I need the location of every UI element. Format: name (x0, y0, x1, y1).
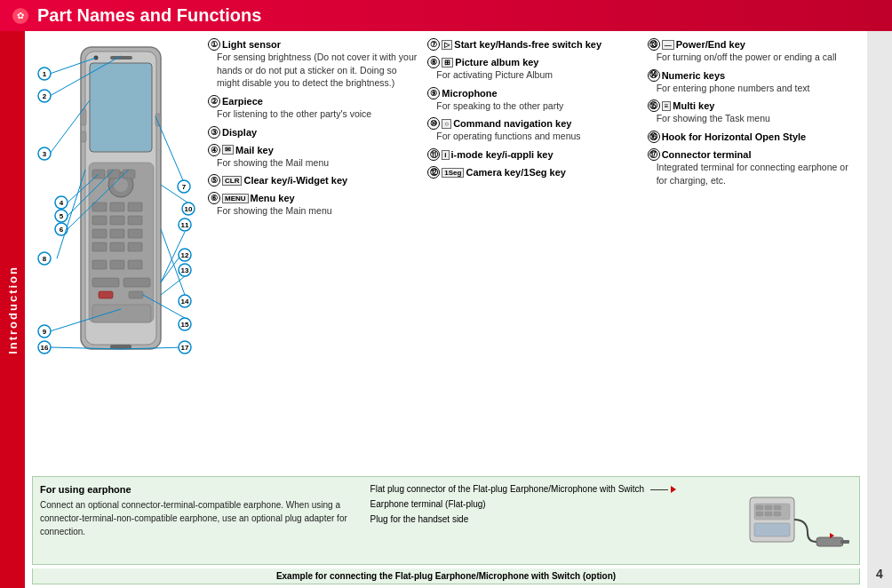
bottom-body: Connect an optional connector-terminal-c… (40, 498, 362, 538)
svg-rect-13 (128, 203, 142, 211)
svg-text:10: 10 (185, 205, 193, 213)
svg-rect-14 (92, 216, 107, 225)
camera-icon: 1Seg (442, 168, 464, 178)
item-title-17: Connector terminal (662, 149, 752, 160)
svg-rect-90 (774, 505, 781, 510)
item-body-4: For showing the Mail menu (208, 156, 420, 170)
item-title-14: Numeric keys (662, 70, 726, 81)
bottom-text: For using earphone Connect an optional c… (40, 484, 362, 557)
item-title-8: Picture album key (455, 57, 538, 68)
item-title-11: i-mode key/i-αppli key (451, 149, 554, 160)
content-area: Introduction (0, 31, 892, 588)
svg-rect-27 (81, 131, 86, 142)
diagram-label-3: Plug for the handset side (370, 514, 740, 524)
svg-rect-2 (90, 63, 152, 152)
svg-text:6: 6 (60, 226, 64, 234)
svg-text:14: 14 (181, 298, 189, 306)
diagram-content: Flat plug connector of the Flat-plug Ear… (370, 484, 852, 557)
item-display: ③ Display (208, 126, 420, 139)
item-multi-key: ⑮ ≡ Multi key For showing the Task menu (648, 99, 860, 125)
item-title-5: Clear key/i-Widget key (243, 175, 347, 186)
mail-icon: ✉ (222, 145, 234, 155)
item-body-1: For sensing brightness (Do not cover it … (208, 51, 420, 90)
item-title-7: Start key/Hands-free switch key (454, 39, 601, 50)
item-camera-key: ⑫ 1Seg Camera key/1Seg key (427, 166, 640, 179)
item-body-2: For listening to the other party's voice (208, 107, 420, 121)
svg-point-7 (114, 178, 128, 192)
item-num-6: ⑥ (208, 192, 220, 204)
item-clr-key: ⑤ CLR Clear key/i-Widget key (208, 174, 420, 187)
item-menu-key: ⑥ MENU Menu key For showing the Main men… (208, 192, 420, 218)
desc-col-1: ① Light sensor For sensing brightness (D… (208, 38, 420, 465)
header: ✿ Part Names and Functions (0, 0, 892, 31)
item-num-11: ⑪ (427, 148, 440, 161)
item-picture-album: ⑧ ⊞ Picture album key For activating Pic… (427, 56, 640, 82)
start-icon: ▷ (442, 40, 452, 50)
svg-text:3: 3 (43, 150, 47, 158)
svg-text:2: 2 (43, 92, 47, 100)
item-num-1: ① (208, 38, 220, 51)
svg-rect-93 (774, 512, 781, 516)
desc-col-3: ⑬ — Power/End key For turning on/off the… (648, 38, 860, 465)
svg-rect-29 (92, 278, 119, 287)
item-num-8: ⑧ (427, 56, 440, 68)
item-body-10: For operating functions and menus (427, 130, 640, 143)
svg-rect-21 (110, 242, 124, 251)
svg-text:16: 16 (41, 344, 49, 352)
nav-icon: ○ (442, 119, 451, 129)
item-body-9: For speaking to the other party (427, 99, 640, 113)
svg-rect-89 (765, 505, 772, 510)
svg-rect-17 (92, 229, 107, 238)
item-title-15: Multi key (673, 100, 714, 111)
item-num-14: ⑭ (648, 69, 660, 82)
item-numeric-keys: ⑭ Numeric keys For entering phone number… (648, 69, 860, 95)
phone-area: 1 2 3 4 (32, 38, 201, 465)
item-num-10: ⑩ (427, 117, 440, 130)
item-num-4: ④ (208, 144, 220, 156)
item-body-14: For entering phone numbers and text (648, 82, 860, 95)
svg-text:4: 4 (60, 199, 64, 207)
svg-rect-23 (92, 260, 107, 269)
multi-icon: ≡ (662, 101, 672, 111)
svg-rect-33 (92, 305, 151, 322)
page-title: Part Names and Functions (37, 5, 261, 26)
item-title-6: Menu key (251, 193, 295, 203)
item-earpiece: ② Earpiece For listening to the other pa… (208, 95, 420, 121)
item-title-9: Microphone (442, 88, 497, 99)
item-start-key: ⑦ ▷ Start key/Hands-free switch key (427, 38, 640, 51)
svg-rect-28 (155, 114, 161, 126)
svg-text:1: 1 (43, 70, 47, 78)
item-title-2: Earpiece (222, 96, 263, 107)
bottom-title: For using earphone (40, 484, 362, 495)
diagram-label-1: Flat plug connector of the Flat-plug Ear… (370, 484, 740, 494)
phone-svg: 1 2 3 4 (32, 38, 196, 367)
item-imode-key: ⑪ i i-mode key/i-αppli key (427, 148, 640, 161)
svg-text:9: 9 (43, 328, 47, 336)
svg-rect-92 (765, 512, 772, 516)
page-number: 4 (876, 567, 883, 581)
svg-rect-88 (756, 505, 763, 510)
item-num-7: ⑦ (427, 38, 440, 51)
svg-text:11: 11 (181, 221, 189, 229)
svg-text:12: 12 (181, 251, 189, 259)
item-title-3: Display (222, 127, 257, 138)
page-wrapper: ✿ Part Names and Functions Introduction (0, 0, 892, 588)
item-title-12: Camera key/1Seg key (466, 167, 566, 178)
desc-col-2: ⑦ ▷ Start key/Hands-free switch key ⑧ ⊞ … (427, 38, 640, 465)
item-num-17: ⑰ (648, 148, 660, 161)
bottom-caption: Example for connecting the Flat-plug Ear… (32, 568, 860, 584)
clr-icon: CLR (222, 176, 242, 186)
svg-text:7: 7 (182, 183, 187, 191)
item-hook: ⑯ Hook for Horizontal Open Style (648, 131, 860, 143)
top-section: 1 2 3 4 (25, 31, 867, 473)
item-title-16: Hook for Horizontal Open Style (662, 131, 807, 142)
svg-rect-3 (110, 56, 132, 60)
svg-rect-91 (756, 512, 763, 516)
svg-rect-11 (92, 203, 107, 211)
svg-rect-96 (840, 540, 849, 544)
item-connector: ⑰ Connector terminal Integrated terminal… (648, 148, 860, 187)
item-command-nav: ⑩ ○ Command navigation key For operating… (427, 117, 640, 143)
svg-rect-30 (123, 278, 150, 287)
svg-text:5: 5 (60, 212, 64, 220)
header-decoration: ✿ (12, 8, 28, 24)
